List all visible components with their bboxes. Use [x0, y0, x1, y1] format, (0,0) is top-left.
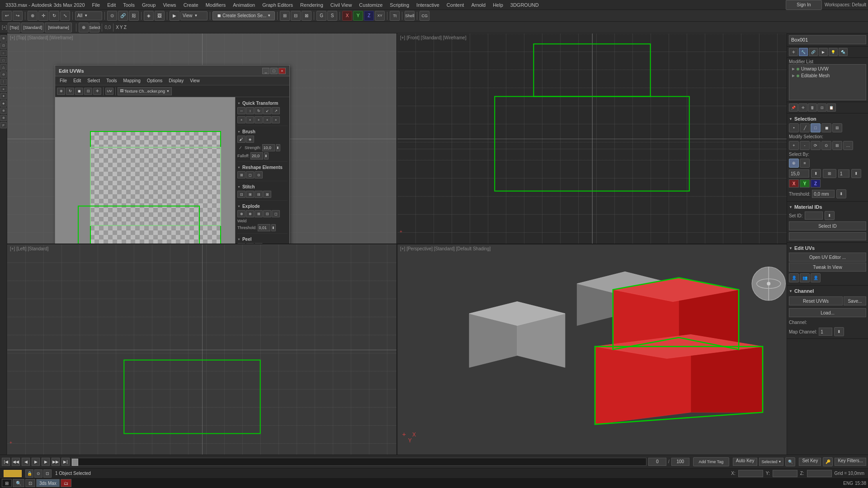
qt-btn-10[interactable]: + [272, 116, 280, 123]
sel-more[interactable]: ⊞ [832, 123, 842, 132]
sidebar-icon-7[interactable]: ⋮ [0, 79, 7, 85]
x-btn[interactable]: X [342, 11, 352, 21]
magnet-btn[interactable]: ⊙ [107, 11, 117, 21]
qt-btn-5[interactable]: ↗ [272, 107, 280, 114]
qt-btn-6[interactable]: + [237, 116, 245, 123]
y-btn[interactable]: Y [353, 11, 363, 21]
hierarchy-icon[interactable]: 🔗 [809, 48, 818, 56]
explode-header[interactable]: Explode [237, 203, 288, 209]
end-frame-input[interactable] [671, 458, 689, 466]
time-slider[interactable] [71, 458, 646, 466]
standard-btn[interactable]: [Standard] [21, 23, 44, 33]
motion-icon[interactable]: ▶ [819, 48, 828, 56]
next-frame-btn[interactable]: ▶▶ [52, 458, 60, 466]
reshape-btn-2[interactable]: ◻ [246, 171, 254, 178]
taskbar-windows-btn[interactable]: ⊞ [2, 479, 12, 487]
sel-element[interactable]: ◼ [821, 123, 831, 132]
sel-count-spinner[interactable]: ⬍ [851, 169, 861, 178]
select-by-1[interactable]: ⊕ [789, 159, 799, 168]
mirror-btn[interactable]: ⊟ [291, 11, 301, 21]
menu-3dground[interactable]: 3DGROUND [507, 1, 542, 9]
y-axis-btn[interactable]: Y [800, 179, 810, 188]
texture-dropdown[interactable]: 🖼 Texture Ch...ecker.png ▼ [118, 87, 172, 95]
menu-graph-editors[interactable]: Graph Editors [259, 1, 297, 9]
array-btn[interactable]: ⊠ [302, 11, 311, 21]
set-id-spinner[interactable]: ⬍ [825, 211, 835, 220]
qt-btn-4[interactable]: ↙ [263, 107, 271, 114]
frame-input[interactable] [648, 458, 666, 466]
uvw-menu-tools[interactable]: Tools [104, 78, 119, 84]
status-icon-2[interactable]: ⊙ [34, 469, 42, 478]
sub-select-btn[interactable]: Select [90, 23, 99, 33]
sidebar-icon-12[interactable]: ⊕ [0, 115, 7, 121]
add-time-tag-btn[interactable]: Add Time Tag [693, 457, 729, 466]
select-id-input[interactable] [789, 232, 866, 240]
uvw-menu-options[interactable]: Options [144, 78, 165, 84]
edit-uv-1[interactable]: 👤 [789, 273, 799, 282]
edit-uv-2[interactable]: 👥 [800, 273, 810, 282]
qt-btn-1[interactable]: ↔ [237, 107, 245, 114]
minimize-btn[interactable]: _ [262, 68, 269, 74]
load-btn[interactable]: Load... [789, 308, 866, 317]
threshold-spinner[interactable]: ⬍ [271, 224, 276, 231]
peel-btn-2[interactable]: ◑ [246, 243, 254, 244]
sidebar-icon-2[interactable]: ⊡ [0, 42, 7, 49]
reshape-btn-3[interactable]: ⊙ [255, 171, 263, 178]
uvw-menu-display[interactable]: Display [166, 78, 186, 84]
move-icon-2[interactable]: ✛ [798, 103, 807, 112]
peel-header[interactable]: Peel [237, 236, 288, 242]
sidebar-icon-4[interactable]: □ [0, 57, 7, 63]
falloff-input[interactable] [250, 152, 263, 160]
select-btn[interactable]: ⊕ [28, 11, 38, 21]
reshape-btn-1[interactable]: ⊞ [237, 171, 245, 178]
move-btn[interactable]: ✛ [38, 11, 48, 21]
explode-btn-4[interactable]: ⊡ [263, 210, 271, 217]
taskbar-file[interactable]: 🗂 [61, 479, 71, 487]
sidebar-icon-13[interactable]: P [0, 122, 7, 128]
display-icon[interactable]: 💡 [829, 48, 838, 56]
redo-btn[interactable]: ↪ [13, 11, 23, 21]
scatter-btn[interactable]: S [327, 11, 337, 21]
save-btn[interactable]: Save... [844, 296, 866, 305]
strength-input[interactable] [262, 144, 275, 151]
ring-btn[interactable]: ⊙ [821, 141, 831, 150]
set-key-icon[interactable]: 🔑 [823, 457, 833, 466]
paste-icon[interactable]: 📋 [827, 103, 836, 112]
explode-btn-2[interactable]: ⊗ [246, 210, 254, 217]
reshape-header[interactable]: Reshape Elements [237, 164, 288, 170]
menu-create[interactable]: Create [180, 1, 202, 9]
y-coord-input[interactable] [773, 470, 797, 477]
threshold-rp-spinner[interactable]: ⬍ [836, 189, 846, 198]
sidebar-icon-3[interactable]: ○ [0, 50, 7, 56]
render-btn[interactable]: 🖼 [155, 11, 165, 21]
set-id-input[interactable] [805, 211, 823, 220]
utilities-icon[interactable]: 🔩 [839, 48, 848, 56]
sel-count-btn[interactable]: ⊞ [823, 169, 836, 178]
sign-in-btn[interactable]: Sign In [786, 0, 822, 10]
explode-btn-5[interactable]: ◻ [272, 210, 280, 217]
close-btn[interactable]: × [278, 68, 286, 74]
maximize-btn[interactable]: □ [270, 68, 278, 74]
shell-btn[interactable]: Shell [405, 11, 415, 21]
shrink-btn[interactable]: - [800, 141, 810, 150]
uvw-menu-mapping[interactable]: Mapping [121, 78, 143, 84]
channel-header[interactable]: Channel [789, 287, 866, 295]
taskbar-3dsmax[interactable]: 3ds Max [36, 479, 60, 487]
qt-btn-7[interactable]: + [246, 116, 254, 123]
sel-num-spinner[interactable]: ⬍ [811, 169, 821, 178]
taskbar-search[interactable]: 🔍 [13, 479, 24, 487]
cg-btn[interactable]: CG [420, 11, 429, 21]
time-thumb[interactable] [72, 459, 78, 466]
uvw-tb-4[interactable]: ⊡ [84, 88, 92, 95]
menu-arnold[interactable]: Arnold [467, 1, 489, 9]
sidebar-icon-11[interactable]: ⊗ [0, 108, 7, 114]
uvw-tb-1[interactable]: ⊕ [57, 88, 65, 95]
uvw-menu-edit[interactable]: Edit [71, 78, 84, 84]
modifier-editable-mesh[interactable]: ▶ Editable Mesh [790, 72, 865, 79]
uvw-tb-2[interactable]: ↻ [66, 88, 74, 95]
sel-count[interactable] [838, 169, 849, 178]
menu-edit[interactable]: Edit [104, 1, 119, 9]
rotate-btn[interactable]: ↻ [49, 11, 59, 21]
key-filters-btn[interactable]: Key Filters... [835, 458, 866, 466]
render-view-dropdown[interactable]: View▼ [180, 11, 208, 20]
